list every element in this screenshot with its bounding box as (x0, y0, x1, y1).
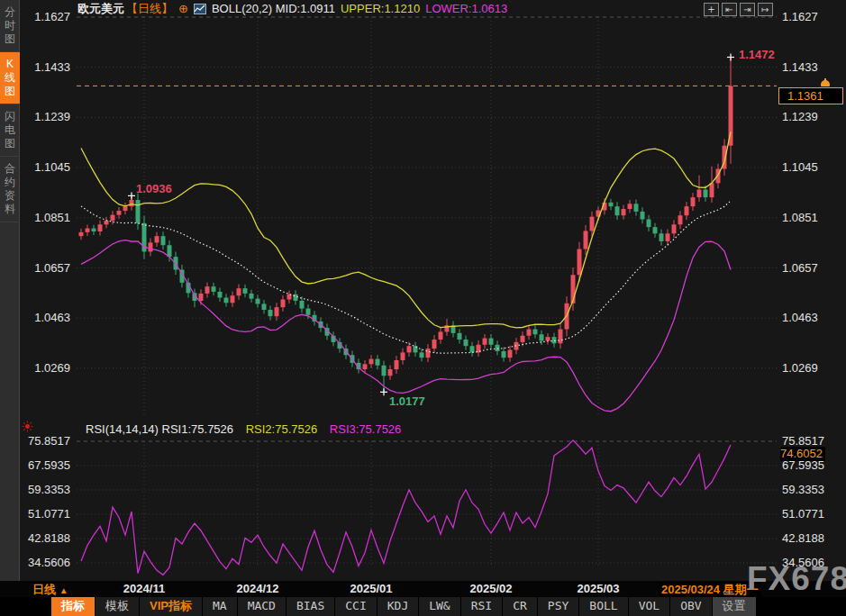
x-axis-label: 2024/12 (237, 582, 279, 595)
add-indicator-icon[interactable]: ⊕ (178, 2, 188, 15)
main-y-axis-label: 1.0269 (23, 361, 70, 375)
period-tag: 【日线】 (126, 1, 173, 17)
crosshair-icon[interactable]: + (704, 3, 719, 16)
period-selector[interactable]: 日线 ▲ (32, 582, 68, 598)
toolbar-button-LW&[interactable]: LW& (419, 597, 460, 616)
main-y-axis-label: 1.1239 (23, 110, 70, 123)
toolbar-button-CR[interactable]: CR (503, 597, 538, 616)
main-y-axis-label: 1.0851 (23, 211, 70, 224)
x-axis-label: 2025/01 (350, 582, 393, 595)
main-y-axis-label: 1.1433 (23, 60, 70, 74)
rsi1-value: RSI(14,14,14) RSI1:75.7526 (86, 422, 233, 436)
current-price-box[interactable]: 1.1361 (778, 87, 843, 104)
rsi-y-axis-label: 59.3353 (23, 483, 70, 496)
symbol-name: 欧元美元 (77, 1, 124, 17)
rsi-indicator-chart[interactable] (77, 423, 777, 578)
main-y-axis-label: 1.1627 (23, 10, 70, 23)
toolbar-button-VIP指标[interactable]: VIP指标 (140, 597, 203, 616)
toolbar-button-BIAS[interactable]: BIAS (287, 597, 335, 616)
main-y-axis-label: 1.1045 (782, 160, 829, 174)
x-axis-label: 2025/03 (578, 582, 620, 595)
main-y-axis-label: 1.0657 (23, 261, 70, 275)
sidebar-tab-合约资料[interactable]: 合约资料 (0, 157, 20, 222)
period-dropdown-arrow: ▲ (59, 585, 68, 595)
toolbar-button-RSI[interactable]: RSI (461, 597, 503, 616)
boll-upper-label: UPPER:1.1210 (341, 2, 420, 15)
rsi-y-axis-label: 42.8188 (23, 531, 70, 545)
boll-mid-label: BOLL(20,2) MID:1.0911 (212, 2, 335, 15)
scale-left-icon[interactable]: ⇤ (722, 3, 737, 16)
chart-style-icon[interactable] (194, 4, 206, 14)
rsi2-value: RSI2:75.7526 (246, 422, 318, 436)
main-y-axis-label: 1.0657 (782, 261, 829, 275)
x-axis-label: 2025/02 (470, 582, 513, 595)
main-y-axis-label: 1.0463 (782, 311, 829, 324)
toolbar-button-CCI[interactable]: CCI (335, 597, 377, 616)
toolbar-button-模板[interactable]: 模板 (96, 597, 140, 616)
rsi-y-axis-label: 34.5606 (23, 556, 70, 569)
indicator-toolbar: 指标模板VIP指标MAMACDBIASCCIKDJLW&RSICRPSYBOLL… (0, 597, 846, 616)
toolbar-button-设置[interactable]: 设置 (713, 597, 757, 616)
toolbar-spacer (0, 597, 51, 616)
price-annotation: 1.0936 (136, 182, 172, 195)
rsi-y-axis-label: 75.8517 (782, 434, 829, 448)
sidebar-tab-闪电图[interactable]: 闪电图 (0, 104, 20, 157)
toolbar-button-PSY[interactable]: PSY (538, 597, 579, 616)
rsi-y-axis-label: 59.3353 (782, 483, 829, 496)
toolbar-button-指标[interactable]: 指标 (51, 597, 96, 616)
hovered-date-label: 2025/03/24 星期一 (659, 582, 761, 598)
price-annotation: 1.0177 (389, 394, 425, 408)
price-alert-bell-icon[interactable] (820, 78, 831, 87)
toolbar-button-BOLL[interactable]: BOLL (579, 597, 628, 616)
rsi-y-axis-label: 51.0771 (782, 507, 829, 521)
toolbar-button-MA[interactable]: MA (203, 597, 238, 616)
main-y-axis-label: 1.1045 (23, 160, 70, 174)
rsi-header: RSI(14,14,14) RSI1:75.7526 RSI2:75.7526 … (86, 422, 401, 436)
rsi-current-value: 74.6052 (780, 447, 825, 461)
main-y-axis-label: 1.0269 (782, 361, 829, 375)
main-y-axis-label: 1.0851 (782, 211, 829, 224)
rsi-y-axis-label: 42.8188 (782, 531, 829, 545)
time-axis-row: 日线 ▲ 2025/03/24 星期一 2024/112024/122025/0… (0, 581, 846, 597)
toolbar-button-MACD[interactable]: MACD (238, 597, 287, 616)
x-axis-label: 2024/11 (123, 582, 165, 595)
scale-right-icon[interactable]: ⇥ (740, 3, 755, 16)
rsi-y-axis-label: 67.5935 (23, 458, 70, 472)
trading-app-window: 分时图K线图闪电图合约资料 欧元美元 【日线】 ⊕ BOLL(20,2) MID… (0, 0, 846, 616)
main-y-axis-label: 1.0463 (23, 311, 70, 324)
boll-lower-label: LOWER:1.0613 (425, 2, 507, 15)
fx678-watermark: FX678 (747, 560, 846, 598)
toolbar-button-OBV[interactable]: OBV (670, 597, 712, 616)
main-y-axis-label: 1.1627 (782, 10, 829, 23)
main-candlestick-chart[interactable] (77, 11, 777, 421)
sidebar-tab-分时图[interactable]: 分时图 (0, 0, 20, 52)
chart-header: 欧元美元 【日线】 ⊕ BOLL(20,2) MID:1.0911 UPPER:… (77, 1, 507, 16)
main-y-axis-label: 1.1239 (782, 110, 829, 123)
pan-right-icon[interactable]: ↦ (758, 3, 773, 16)
toolbar-button-VOL[interactable]: VOL (629, 597, 670, 616)
chart-tool-icons: +⇤⇥↦ (704, 3, 773, 16)
main-y-axis-label: 1.1433 (782, 60, 829, 74)
rsi-y-axis-label: 51.0771 (23, 507, 70, 521)
price-annotation: 1.1472 (739, 48, 775, 61)
rsi3-value: RSI3:75.7526 (330, 422, 402, 436)
sidebar-tab-K线图[interactable]: K线图 (0, 52, 20, 104)
chart-type-sidebar: 分时图K线图闪电图合约资料 (0, 0, 20, 581)
alert-burst-icon[interactable] (22, 420, 33, 436)
rsi-y-axis-label: 75.8517 (23, 434, 70, 448)
toolbar-button-KDJ[interactable]: KDJ (378, 597, 419, 616)
